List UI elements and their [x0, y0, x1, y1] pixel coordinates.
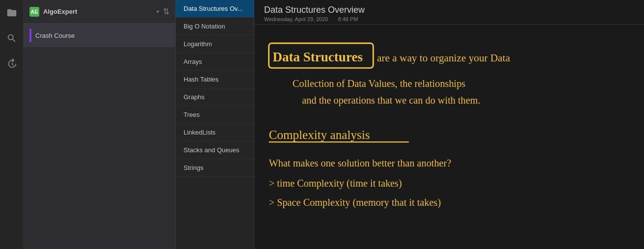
sub-panel-item-2[interactable]: Logarithm	[176, 35, 254, 53]
canvas-area: Data Structures are a way to organize yo…	[254, 25, 644, 249]
svg-text:> time Complexity (time it tak: > time Complexity (time it takes)	[269, 178, 402, 189]
chevron-down-icon[interactable]: ▾	[157, 9, 159, 14]
crash-course-label: Crash Course	[35, 32, 75, 39]
app-title: AlgoExpert	[43, 8, 153, 15]
files-icon[interactable]	[3, 4, 21, 22]
icon-bar	[0, 0, 24, 249]
sub-panel: Data Structures Ov...Big O NotationLogar…	[176, 0, 254, 249]
search-icon[interactable]	[3, 29, 21, 47]
svg-text:> Space Complexity (memory tha: > Space Complexity (memory that it takes…	[269, 197, 441, 208]
main-content: Data Structures Overview Wednesday, Apri…	[254, 0, 644, 249]
svg-text:are a way to organize your Dat: are a way to organize your Data	[377, 52, 510, 64]
sub-panel-item-6[interactable]: Trees	[176, 106, 254, 124]
crash-course-indicator	[29, 28, 31, 42]
content-title: Data Structures Overview	[264, 5, 634, 15]
svg-text:Complexity analysis: Complexity analysis	[269, 128, 370, 141]
sub-panel-item-8[interactable]: Stacks and Queues	[176, 141, 254, 159]
handwriting-canvas: Data Structures are a way to organize yo…	[264, 29, 634, 244]
sub-panel-item-7[interactable]: LinkedLists	[176, 124, 254, 141]
content-header: Data Structures Overview Wednesday, Apri…	[254, 0, 644, 25]
sub-panel-item-0[interactable]: Data Structures Ov...	[176, 0, 254, 18]
sidebar-header: AE AlgoExpert ▾ ⇅	[24, 0, 175, 24]
app-icon: AE	[29, 7, 39, 17]
sub-panel-item-9[interactable]: Strings	[176, 159, 254, 177]
sub-panel-item-1[interactable]: Big O Notation	[176, 18, 254, 35]
crash-course-item[interactable]: Crash Course	[24, 24, 175, 47]
content-time: 8:48 PM	[338, 16, 358, 22]
svg-text:What makes one solution better: What makes one solution better than anot…	[269, 158, 452, 168]
svg-text:Collection of Data Values, the: Collection of Data Values, the relations…	[293, 78, 465, 89]
history-icon[interactable]	[3, 55, 21, 73]
sidebar: AE AlgoExpert ▾ ⇅ Crash Course	[24, 0, 176, 249]
svg-text:Data Structures: Data Structures	[272, 50, 363, 64]
content-date: Wednesday, April 29, 2020	[264, 16, 328, 22]
svg-text:and the operations that we can: and the operations that we can do with t…	[302, 95, 480, 106]
sub-panel-item-4[interactable]: Hash Tables	[176, 71, 254, 88]
content-meta: Wednesday, April 29, 2020 8:48 PM	[264, 16, 634, 22]
sub-panel-item-5[interactable]: Graphs	[176, 88, 254, 106]
sort-icon[interactable]: ⇅	[163, 7, 169, 16]
sub-panel-item-3[interactable]: Arrays	[176, 53, 254, 71]
